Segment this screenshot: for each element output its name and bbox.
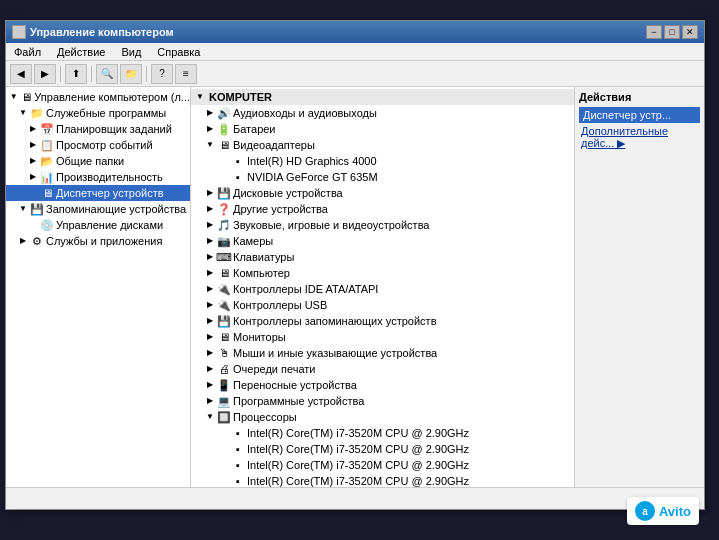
device-arrow[interactable]: ▶ <box>205 364 215 374</box>
view-button[interactable]: ≡ <box>175 64 197 84</box>
menu-file[interactable]: Файл <box>10 45 45 59</box>
action-item[interactable]: Дополнительные дейс... ▶ <box>579 123 700 152</box>
folders-button[interactable]: 📁 <box>120 64 142 84</box>
device-item[interactable]: ▶ 🔌 Контроллеры USB <box>191 297 574 313</box>
tree-label-perf: Производительность <box>56 171 163 183</box>
device-icon: 🖥 <box>217 138 231 152</box>
device-label: Другие устройства <box>233 203 328 215</box>
device-arrow[interactable]: ▶ <box>205 332 215 342</box>
title-bar-buttons: − □ ✕ <box>646 25 698 39</box>
device-item[interactable]: ▶ 🔋 Батареи <box>191 121 574 137</box>
tree-arrow-shared[interactable]: ▶ <box>28 156 38 166</box>
tree-item-root[interactable]: ▼ 🖥 Управление компьютером (л... <box>6 89 190 105</box>
device-arrow[interactable]: ▶ <box>205 380 215 390</box>
tree-arrow-root[interactable]: ▼ <box>9 92 18 102</box>
tree-arrow-storage[interactable]: ▼ <box>18 204 28 214</box>
device-icon: ▪ <box>231 154 245 168</box>
device-arrow[interactable]: ▶ <box>205 252 215 262</box>
device-icon: ▪ <box>231 458 245 472</box>
avito-badge: a Avito <box>627 497 699 525</box>
forward-button[interactable]: ▶ <box>34 64 56 84</box>
tree-item-svcs[interactable]: ▶ ⚙ Службы и приложения <box>6 233 190 249</box>
center-panel[interactable]: ▼ KOMPUTER ▶ 🔊 Аудиовходы и аудиовыходы … <box>191 87 574 487</box>
menu-action[interactable]: Действие <box>53 45 109 59</box>
tree-arrow-perf[interactable]: ▶ <box>28 172 38 182</box>
device-item[interactable]: ▼ 🔲 Процессоры <box>191 409 574 425</box>
action-item[interactable]: Диспетчер устр... <box>579 107 700 123</box>
help-button[interactable]: ? <box>151 64 173 84</box>
device-arrow[interactable]: ▼ <box>205 412 215 422</box>
device-item[interactable]: ▶ ❓ Другие устройства <box>191 201 574 217</box>
tree-label-shared: Общие папки <box>56 155 124 167</box>
window-title: Управление компьютером <box>30 26 174 38</box>
close-button[interactable]: ✕ <box>682 25 698 39</box>
device-arrow[interactable]: ▶ <box>205 284 215 294</box>
device-item[interactable]: ▪ Intel(R) Core(TM) i7-3520M CPU @ 2.90G… <box>191 457 574 473</box>
tree-arrow-svcs[interactable]: ▶ <box>18 236 28 246</box>
device-arrow[interactable]: ▶ <box>205 348 215 358</box>
tree-arrow-events[interactable]: ▶ <box>28 140 38 150</box>
avito-icon: a <box>635 501 655 521</box>
tree-label-scheduler: Планировщик заданий <box>56 123 172 135</box>
device-item[interactable]: ▶ 📱 Переносные устройства <box>191 377 574 393</box>
device-item[interactable]: ▼ 🖥 Видеоадаптеры <box>191 137 574 153</box>
device-arrow[interactable]: ▶ <box>205 268 215 278</box>
device-item[interactable]: ▶ ⌨ Клавиатуры <box>191 249 574 265</box>
device-arrow[interactable]: ▶ <box>205 124 215 134</box>
tree-item-storage[interactable]: ▼ 💾 Запоминающие устройства <box>6 201 190 217</box>
device-item[interactable]: ▶ 🔌 Контроллеры IDE ATA/ATAPI <box>191 281 574 297</box>
tree-arrow-scheduler[interactable]: ▶ <box>28 124 38 134</box>
up-button[interactable]: ⬆ <box>65 64 87 84</box>
device-arrow[interactable]: ▶ <box>205 220 215 230</box>
menu-view[interactable]: Вид <box>117 45 145 59</box>
tree-arrow-services[interactable]: ▼ <box>18 108 28 118</box>
device-arrow[interactable]: ▶ <box>205 396 215 406</box>
tree-item-shared[interactable]: ▶ 📂 Общие папки <box>6 153 190 169</box>
device-arrow[interactable]: ▶ <box>205 204 215 214</box>
device-item[interactable]: ▪ Intel(R) Core(TM) i7-3520M CPU @ 2.90G… <box>191 425 574 441</box>
menu-help[interactable]: Справка <box>153 45 204 59</box>
device-item[interactable]: ▪ Intel(R) HD Graphics 4000 <box>191 153 574 169</box>
device-arrow[interactable]: ▶ <box>205 108 215 118</box>
tree-item-services[interactable]: ▼ 📁 Служебные программы <box>6 105 190 121</box>
device-label: Видеоадаптеры <box>233 139 315 151</box>
tree-item-events[interactable]: ▶ 📋 Просмотр событий <box>6 137 190 153</box>
device-item[interactable]: ▶ 🖱 Мыши и иные указывающие устройства <box>191 345 574 361</box>
device-arrow[interactable]: ▼ <box>205 140 215 150</box>
device-item[interactable]: ▶ 🔊 Аудиовходы и аудиовыходы <box>191 105 574 121</box>
svcs-icon: ⚙ <box>30 234 44 248</box>
storage-icon: 💾 <box>30 202 44 216</box>
device-item[interactable]: ▶ 📷 Камеры <box>191 233 574 249</box>
tree-label-events: Просмотр событий <box>56 139 153 151</box>
device-item[interactable]: ▶ 🖥 Мониторы <box>191 329 574 345</box>
device-item[interactable]: ▪ Intel(R) Core(TM) i7-3520M CPU @ 2.90G… <box>191 473 574 487</box>
tree-item-perf[interactable]: ▶ 📊 Производительность <box>6 169 190 185</box>
device-item[interactable]: ▶ 🖨 Очереди печати <box>191 361 574 377</box>
device-arrow[interactable]: ▶ <box>205 236 215 246</box>
device-item[interactable]: ▶ 💾 Контроллеры запоминающих устройств <box>191 313 574 329</box>
device-item[interactable]: ▶ 🖥 Компьютер <box>191 265 574 281</box>
device-item[interactable]: ▶ 💾 Дисковые устройства <box>191 185 574 201</box>
back-button[interactable]: ◀ <box>10 64 32 84</box>
left-panel[interactable]: ▼ 🖥 Управление компьютером (л... ▼ 📁 Слу… <box>6 87 191 487</box>
tree-item-devmgr[interactable]: 🖥 Диспетчер устройств <box>6 185 190 201</box>
calendar-icon: 📅 <box>40 122 54 136</box>
device-label: Intel(R) Core(TM) i7-3520M CPU @ 2.90GHz <box>247 443 469 455</box>
device-arrow[interactable]: ▶ <box>205 316 215 326</box>
tree-item-disks[interactable]: 💿 Управление дисками <box>6 217 190 233</box>
minimize-button[interactable]: − <box>646 25 662 39</box>
device-item[interactable]: ▶ 💻 Программные устройства <box>191 393 574 409</box>
device-item[interactable]: ▪ NVIDIA GeForce GT 635M <box>191 169 574 185</box>
search-button[interactable]: 🔍 <box>96 64 118 84</box>
maximize-button[interactable]: □ <box>664 25 680 39</box>
device-item[interactable]: ▶ 🎵 Звуковые, игровые и видеоустройства <box>191 217 574 233</box>
device-item[interactable]: ▪ Intel(R) Core(TM) i7-3520M CPU @ 2.90G… <box>191 441 574 457</box>
device-arrow[interactable]: ▶ <box>205 300 215 310</box>
device-icon: 🔲 <box>217 410 231 424</box>
tree-arrow-disks[interactable] <box>28 220 38 230</box>
device-arrow[interactable]: ▶ <box>205 188 215 198</box>
device-list: ▶ 🔊 Аудиовходы и аудиовыходы ▶ 🔋 Батареи… <box>191 105 574 487</box>
status-bar <box>6 487 704 505</box>
tree-arrow-devmgr[interactable] <box>28 188 38 198</box>
tree-item-scheduler[interactable]: ▶ 📅 Планировщик заданий <box>6 121 190 137</box>
